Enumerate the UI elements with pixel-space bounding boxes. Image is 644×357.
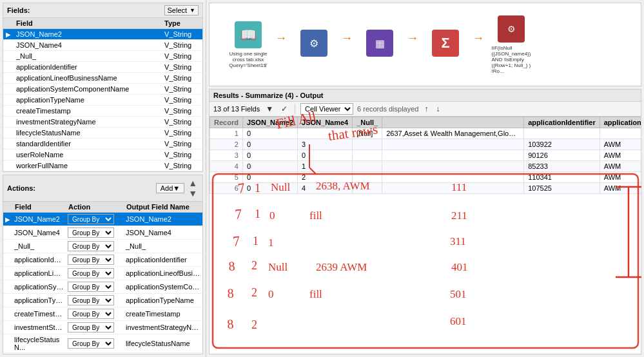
row-indicator-a bbox=[3, 240, 12, 253]
add-button[interactable]: Add ▼ bbox=[156, 183, 184, 193]
action-select[interactable]: Group By Sum Count bbox=[68, 227, 114, 238]
action-output: JSON_Name4 bbox=[124, 226, 202, 240]
sort-down-btn[interactable]: ↓ bbox=[434, 104, 442, 114]
fields-check-btn[interactable]: ✓ bbox=[279, 104, 289, 114]
fields-row[interactable]: workerFullName V_String bbox=[3, 160, 202, 171]
actions-row[interactable]: investmentStrat... Group By Sum Count in… bbox=[3, 321, 202, 334]
action-select[interactable]: Group By Sum Count bbox=[68, 255, 114, 265]
row-indicator bbox=[3, 40, 14, 51]
action-select[interactable]: Group By Sum Count bbox=[68, 295, 114, 305]
field-type: V_String bbox=[162, 139, 202, 150]
action-field: applicationSyst... bbox=[12, 280, 66, 294]
cell-json-name2: 0 bbox=[242, 139, 297, 150]
action-select[interactable]: Group By Sum Count bbox=[68, 309, 114, 319]
actions-row[interactable]: lifecycleStatus N... Group By Sum Count … bbox=[3, 334, 202, 353]
actions-row[interactable]: standardIdentifi... Group By Sum Count s… bbox=[3, 353, 202, 354]
fields-dropdown-btn[interactable]: ▼ bbox=[264, 104, 275, 114]
th-app-id: applicationIdentifier bbox=[524, 117, 600, 128]
table-row[interactable]: 4 0 1 85233 AWM bbox=[210, 161, 641, 172]
actions-row[interactable]: applicationLine... Group By Sum Count ap… bbox=[3, 267, 202, 280]
fields-row[interactable]: JSON_Name4 V_String bbox=[3, 40, 202, 51]
action-field: _Null_ bbox=[12, 240, 66, 253]
cell-viewer-select[interactable]: Cell Viewer bbox=[300, 103, 353, 115]
actions-row[interactable]: ▶ JSON_Name2 Group By Sum Count JSON_Nam… bbox=[3, 213, 202, 226]
cell-app-lob: AWM bbox=[600, 161, 641, 172]
cell-record: 5 bbox=[210, 172, 243, 183]
fields-row[interactable]: lifecycleStatusName V_String bbox=[3, 128, 202, 139]
node-process1-icon: ⚙ bbox=[300, 30, 327, 57]
table-row[interactable]: 6 0 4 107525 AWM bbox=[210, 183, 641, 194]
table-row[interactable]: 1 0 [Null] 2637,Asset & Wealth Managemen… bbox=[210, 128, 641, 139]
action-select[interactable]: Group By Sum Count bbox=[68, 268, 114, 278]
select-button[interactable]: Select ▼ bbox=[164, 5, 199, 15]
action-field: lifecycleStatus N... bbox=[12, 334, 66, 353]
workflow-node-process1[interactable]: ⚙ bbox=[288, 30, 340, 59]
fields-row[interactable]: userRoleName V_String bbox=[3, 150, 202, 160]
actions-row[interactable]: applicationType... Group By Sum Count ap… bbox=[3, 294, 202, 307]
cell-json-name2: 0 bbox=[242, 183, 297, 194]
workflow-node-input[interactable]: 📖 Using one singlecross tab.xlsxQuery='S… bbox=[222, 21, 274, 68]
fields-header: Fields: Select ▼ bbox=[3, 3, 202, 18]
field-name: JSON_Name4 bbox=[14, 40, 162, 51]
actions-table: Field Action Output Field Name ▶ JSON_Na… bbox=[3, 202, 202, 354]
fields-row[interactable]: standardIdentifier V_String bbox=[3, 139, 202, 150]
cell-json-name4: 4 bbox=[298, 183, 353, 194]
action-output: JSON_Name2 bbox=[124, 213, 202, 226]
action-select[interactable]: Group By Sum Count bbox=[68, 241, 114, 251]
move-down-button[interactable]: ▼ bbox=[188, 189, 197, 198]
action-output: _Null_ bbox=[124, 240, 202, 253]
actions-arrows: ▲ ▼ bbox=[187, 177, 199, 199]
actions-row[interactable]: createTimestamp Group By Sum Count creat… bbox=[3, 307, 202, 321]
cell-app-id: 110341 bbox=[524, 172, 600, 183]
actions-scroll[interactable]: Field Action Output Field Name ▶ JSON_Na… bbox=[3, 202, 202, 354]
field-name: workerFullName bbox=[14, 160, 162, 171]
row-indicator-a bbox=[3, 334, 12, 353]
fields-row[interactable]: applicationSystemComponentName V_String bbox=[3, 84, 202, 95]
cell-record: 1 bbox=[210, 128, 243, 139]
action-field: standardIdentifi... bbox=[12, 353, 66, 354]
table-row[interactable]: 5 0 2 110341 AWM bbox=[210, 172, 641, 183]
actions-row[interactable]: applicationIden... Group By Sum Count ap… bbox=[3, 253, 202, 267]
fields-row[interactable]: investmentStrategyName V_String bbox=[3, 117, 202, 128]
cell-app-lob: AWM bbox=[600, 139, 641, 150]
move-up-button[interactable]: ▲ bbox=[188, 179, 197, 188]
workflow-node-process2[interactable]: ▦ bbox=[354, 30, 405, 59]
table-row[interactable]: 3 0 0 90126 AWM bbox=[210, 150, 641, 161]
fields-row[interactable]: applicationLineofBusinessName V_String bbox=[3, 73, 202, 84]
results-toolbar: 13 of 13 Fields ▼ ✓ Cell Viewer 6 record… bbox=[210, 102, 641, 117]
node-summarize-icon: Σ bbox=[432, 30, 459, 57]
action-select[interactable]: Group By Sum Count bbox=[68, 214, 114, 224]
field-type: V_String bbox=[162, 29, 202, 40]
action-type: Group By Sum Count bbox=[66, 334, 124, 353]
fields-row[interactable]: ▶ JSON_Name2 V_String bbox=[3, 29, 202, 40]
th-app-info bbox=[382, 117, 524, 128]
cell-json-name4: 2 bbox=[298, 172, 353, 183]
fields-row[interactable]: applicationIdentifier V_String bbox=[3, 62, 202, 73]
cell-app-id: 90126 bbox=[524, 150, 600, 161]
action-select[interactable]: Group By Sum Count bbox=[68, 338, 114, 349]
fields-row[interactable]: createTimestamp V_String bbox=[3, 106, 202, 117]
cell-json-name4: 3 bbox=[298, 139, 353, 150]
field-name: standardIdentifier bbox=[14, 139, 162, 150]
sort-up-btn[interactable]: ↑ bbox=[422, 104, 430, 114]
data-table-wrap[interactable]: Record JSON_Name2 JSON_Name4 _Null_ appl… bbox=[210, 117, 641, 354]
table-row[interactable]: 2 0 3 103922 AWM bbox=[210, 139, 641, 150]
actions-row[interactable]: JSON_Name4 Group By Sum Count JSON_Name4 bbox=[3, 226, 202, 240]
field-type: V_String bbox=[162, 160, 202, 171]
field-name: JSON_Name2 bbox=[14, 29, 162, 40]
workflow-node-summarize[interactable]: Σ bbox=[420, 30, 471, 59]
actions-row[interactable]: applicationSyst... Group By Sum Count ap… bbox=[3, 280, 202, 294]
fields-row[interactable]: _Null_ V_String bbox=[3, 51, 202, 62]
workflow-node-formula[interactable]: ⚙ IIF(IsNull({JSON_name4})AND !IsEmpty({… bbox=[485, 15, 537, 74]
row-indicator bbox=[3, 73, 14, 84]
cell-json-name2: 0 bbox=[242, 128, 297, 139]
action-select[interactable]: Group By Sum Count bbox=[68, 322, 114, 333]
node-formula-label: IIF(IsNull({JSON_name4})AND !IsEmpty({Ro… bbox=[492, 45, 531, 74]
fields-row[interactable]: applicationTypeName V_String bbox=[3, 95, 202, 106]
action-type: Group By Sum Count bbox=[66, 294, 124, 307]
action-select[interactable]: Group By Sum Count bbox=[68, 282, 114, 292]
results-area: Results - Summarize (4) - Output 13 of 1… bbox=[209, 89, 641, 354]
actions-row[interactable]: _Null_ Group By Sum Count _Null_ bbox=[3, 240, 202, 253]
cell-record: 4 bbox=[210, 161, 243, 172]
field-type: V_String bbox=[162, 62, 202, 73]
